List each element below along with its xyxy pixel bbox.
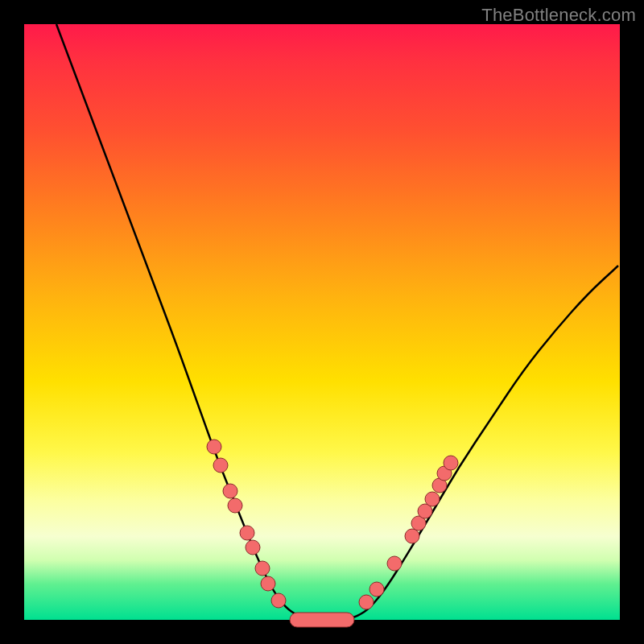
data-marker bbox=[240, 526, 254, 540]
data-marker bbox=[223, 484, 237, 498]
data-marker bbox=[228, 498, 242, 513]
data-marker bbox=[255, 561, 270, 576]
data-marker bbox=[405, 529, 419, 543]
data-marker bbox=[369, 582, 384, 597]
chart-svg bbox=[24, 24, 620, 620]
data-marker bbox=[444, 456, 458, 470]
data-marker bbox=[387, 556, 402, 571]
data-marker bbox=[261, 576, 275, 591]
data-marker bbox=[271, 593, 286, 608]
main-curve bbox=[56, 24, 618, 620]
data-marker bbox=[359, 595, 374, 609]
data-marker bbox=[246, 540, 260, 555]
data-marker bbox=[213, 458, 228, 473]
watermark-text: TheBottleneck.com bbox=[481, 5, 636, 26]
data-marker bbox=[425, 492, 440, 506]
data-marker bbox=[207, 440, 221, 454]
flat-marker bbox=[290, 613, 354, 627]
